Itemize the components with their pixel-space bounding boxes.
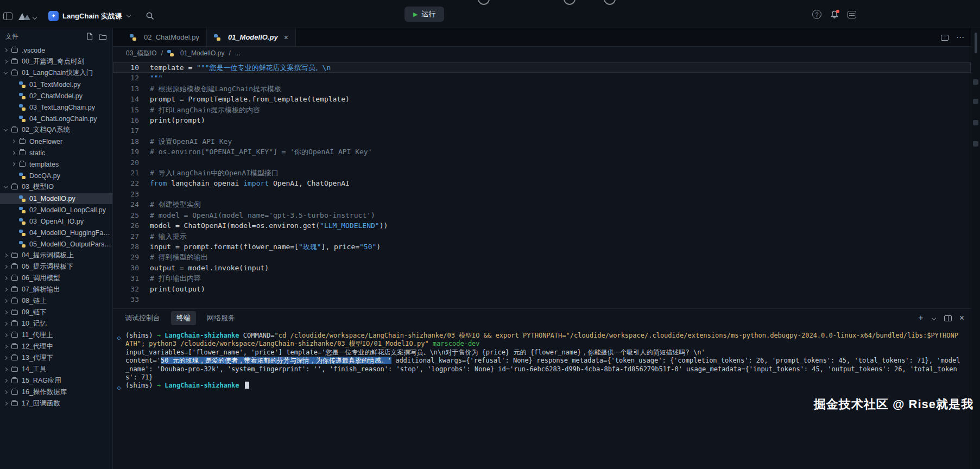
editor-tab[interactable]: 01_ModelIO.py× xyxy=(207,28,296,46)
code-line[interactable]: 18# 设置OpenAI API Key xyxy=(113,136,971,147)
tree-item-label: static xyxy=(29,149,45,157)
line-number: 20 xyxy=(119,157,139,168)
help-icon[interactable]: ? xyxy=(812,10,821,19)
tree-item-folder[interactable]: OneFlower xyxy=(0,136,112,147)
python-file-icon xyxy=(19,241,26,248)
breadcrumb-file[interactable]: 01_ModelIO.py xyxy=(180,49,224,57)
rail-item-icon[interactable] xyxy=(973,99,978,104)
code-line[interactable]: 32print(output) xyxy=(113,284,971,294)
tree-item-file[interactable]: 02_ChatModel.py xyxy=(0,90,112,102)
tree-item-file[interactable]: 01_ModelIO.py xyxy=(0,193,112,204)
breadcrumb-symbol[interactable]: ... xyxy=(235,49,241,57)
tree-item-folder[interactable]: 06_调用模型 xyxy=(0,272,112,284)
new-terminal-icon[interactable]: + xyxy=(918,314,923,322)
tree-item-folder[interactable]: 13_代理下 xyxy=(0,352,112,364)
tree-item-folder[interactable]: 01_LangChain快速入门 xyxy=(0,67,112,79)
python-file-icon xyxy=(19,218,26,225)
python-file-icon xyxy=(19,81,26,88)
tree-item-folder[interactable]: 02_文档QA系统 xyxy=(0,124,112,136)
chevron-down-icon[interactable] xyxy=(931,315,935,320)
code-line[interactable]: 30output = model.invoke(input) xyxy=(113,263,971,273)
editor-tab[interactable]: 02_ChatModel.py xyxy=(123,28,207,46)
tree-item-file[interactable]: 05_ModelIO_OutputParser.py xyxy=(0,238,112,250)
panel-tab[interactable]: 调试控制台 xyxy=(119,311,166,325)
code-line[interactable]: 21# 导入LangChain中的OpenAI模型接口 xyxy=(113,168,971,178)
sidebar-toggle-icon[interactable] xyxy=(3,12,12,20)
breadcrumb-folder[interactable]: 03_模型IO xyxy=(126,49,157,58)
tree-item-folder[interactable]: 07_解析输出 xyxy=(0,284,112,295)
tree-item-folder[interactable]: 04_提示词模板上 xyxy=(0,250,112,261)
code-line[interactable]: 25# model = OpenAI(model_name='gpt-3.5-t… xyxy=(113,210,971,220)
code-line[interactable]: 14prompt = PromptTemplate.from_template(… xyxy=(113,94,971,104)
tree-item-file[interactable]: DocQA.py xyxy=(0,170,112,181)
tree-item-file[interactable]: 02_ModelIO_LoopCall.py xyxy=(0,204,112,216)
scrollbar-thumb[interactable] xyxy=(975,33,977,53)
close-icon[interactable]: × xyxy=(284,33,288,42)
code-line[interactable]: 23 xyxy=(113,189,971,199)
chevron-right-icon xyxy=(4,345,8,348)
tree-item-folder[interactable]: 03_模型IO xyxy=(0,181,112,193)
terminal-line[interactable]: (shims) → LangChain-shizhanke xyxy=(117,382,961,392)
code-line[interactable]: 15# 打印LangChain提示模板的内容 xyxy=(113,105,971,115)
code-line[interactable]: 17 xyxy=(113,125,971,136)
tree-item-folder[interactable]: static xyxy=(0,147,112,159)
tree-item-folder[interactable]: 05_提示词模板下 xyxy=(0,261,112,272)
terminal-line[interactable]: content='50 元的玫瑰，是爱的使者，带着浓郁的芬芳与深情，为你传递最真… xyxy=(117,357,961,382)
split-terminal-icon[interactable] xyxy=(944,315,952,321)
code-line[interactable]: 29# 得到模型的输出 xyxy=(113,252,971,262)
run-button[interactable]: ▶ 运行 xyxy=(404,7,444,22)
tree-item-file[interactable]: 04_ChatLongChain.py xyxy=(0,113,112,124)
tree-item-file[interactable]: 03_TextLangChain.py xyxy=(0,102,112,113)
line-number: 26 xyxy=(119,220,139,231)
rail-item-icon[interactable] xyxy=(973,141,978,147)
tree-item-folder[interactable]: templates xyxy=(0,159,112,170)
tree-item-file[interactable]: 01_TextModel.py xyxy=(0,79,112,90)
code-line[interactable]: 28input = prompt.format(flower_name=["玫瑰… xyxy=(113,242,971,252)
changelog-icon[interactable] xyxy=(848,11,856,18)
close-panel-icon[interactable]: × xyxy=(959,314,964,322)
tree-item-folder[interactable]: .vscode xyxy=(0,45,112,56)
code-line[interactable]: 26model = ChatOpenAI(model=os.environ.ge… xyxy=(113,220,971,231)
code-line[interactable]: 10template = """您是一位专业的鲜花店文案撰写员。\n xyxy=(113,62,971,73)
tree-item-folder[interactable]: 09_链下 xyxy=(0,307,112,318)
more-actions-icon[interactable]: ⋯ xyxy=(956,33,964,42)
command-indicator-icon xyxy=(117,337,121,340)
code-editor[interactable]: 10template = """您是一位专业的鲜花店文案撰写员。\n12"""1… xyxy=(113,60,971,308)
tree-item-folder[interactable]: 00_开篇词_奇点时刻 xyxy=(0,56,112,67)
tree-item-folder[interactable]: 10_记忆 xyxy=(0,318,112,329)
tree-item-folder[interactable]: 17_回调函数 xyxy=(0,398,112,409)
tree-item-folder[interactable]: 16_操作数据库 xyxy=(0,386,112,398)
notifications-button[interactable] xyxy=(830,10,839,19)
code-line[interactable]: 19# os.environ["OPENAI_API_KEY"] = '你的Op… xyxy=(113,147,971,157)
code-line[interactable]: 20 xyxy=(113,157,971,168)
code-line[interactable]: 27# 输入提示 xyxy=(113,231,971,242)
terminal-line[interactable]: (shims) → LangChain-shizhanke COMMAND="c… xyxy=(117,332,961,348)
rail-item-icon[interactable] xyxy=(973,79,978,85)
split-editor-icon[interactable] xyxy=(941,35,949,41)
tree-item-folder[interactable]: 15_RAG应用 xyxy=(0,375,112,386)
panel-tab[interactable]: 终端 xyxy=(171,311,196,325)
new-file-icon[interactable] xyxy=(86,33,93,40)
tree-item-folder[interactable]: 11_代理上 xyxy=(0,329,112,341)
panel-tab[interactable]: 网络服务 xyxy=(201,311,241,325)
new-folder-icon[interactable] xyxy=(99,33,107,40)
code-line[interactable]: 22from langchain_openai import OpenAI, C… xyxy=(113,178,971,188)
tree-item-folder[interactable]: 08_链上 xyxy=(0,295,112,307)
app-logo[interactable] xyxy=(18,12,37,21)
rail-item-icon[interactable] xyxy=(973,120,978,125)
search-button[interactable] xyxy=(146,11,155,21)
project-switcher[interactable]: ✦ LangChain 实战课 xyxy=(48,11,131,21)
terminal-line[interactable]: input_variables=['flower_name', 'price']… xyxy=(117,348,961,357)
python-file-icon xyxy=(19,116,26,122)
code-line[interactable]: 31# 打印输出内容 xyxy=(113,273,971,283)
terminal[interactable]: (shims) → LangChain-shizhanke COMMAND="c… xyxy=(113,327,971,392)
tree-item-folder[interactable]: 12_代理中 xyxy=(0,341,112,352)
tree-item-file[interactable]: 04_ModelIO_HuggingFace.py xyxy=(0,227,112,238)
tree-item-file[interactable]: 03_OpenAI_IO.py xyxy=(0,216,112,227)
tree-item-folder[interactable]: 14_工具 xyxy=(0,364,112,375)
code-line[interactable]: 24# 创建模型实例 xyxy=(113,199,971,210)
code-line[interactable]: 16print(prompt) xyxy=(113,115,971,125)
code-line[interactable]: 13# 根据原始模板创建LangChain提示模板 xyxy=(113,84,971,94)
code-line[interactable]: 33 xyxy=(113,294,971,305)
code-line[interactable]: 12""" xyxy=(113,73,971,83)
